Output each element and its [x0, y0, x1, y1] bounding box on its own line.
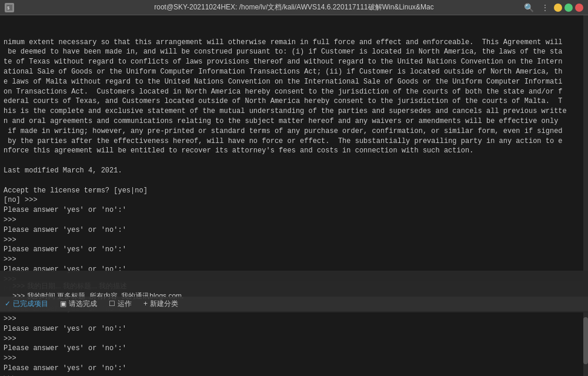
close-button[interactable]: [575, 4, 583, 12]
overlay-new-item[interactable]: + 新建分类: [143, 299, 178, 309]
maximize-button[interactable]: [564, 4, 573, 12]
menu-button[interactable]: ⋮: [539, 3, 552, 12]
select-label: 请选完成: [69, 299, 97, 309]
select-icon: ▣: [60, 299, 66, 309]
terminal-area[interactable]: nimum extent necessary so that this arra…: [0, 15, 588, 376]
active-label: 运作: [118, 299, 132, 309]
window-controls: 🔍 ⋮: [522, 3, 583, 12]
overlay-active-item[interactable]: ☐ 运作: [109, 299, 132, 309]
overlay-completed-item[interactable]: ✓ 已完成项目: [5, 299, 48, 309]
scrollbar-thumb[interactable]: [583, 317, 588, 364]
completed-icon: ✓: [5, 299, 11, 309]
terminal-icon: $: [5, 3, 14, 12]
svg-text:$: $: [7, 6, 9, 11]
minimize-button[interactable]: [554, 4, 562, 12]
window-title: root@SKY-20211024HEX: /home/lv/文档/kali/A…: [154, 2, 434, 12]
new-label: 新建分类: [150, 299, 178, 309]
completed-label: 已完成项目: [13, 299, 48, 309]
title-bar: $ root@SKY-20211024HEX: /home/lv/文档/kali…: [0, 0, 588, 15]
title-bar-left: $: [5, 3, 14, 12]
active-icon: ☐: [109, 299, 115, 309]
scrollbar[interactable]: [583, 15, 588, 376]
new-icon: +: [143, 299, 148, 309]
overlay-select-item[interactable]: ▣ 请选完成: [60, 299, 97, 309]
overlay-toolbar: ✓ 已完成项目 ▣ 请选完成 ☐ 运作 + 新建分类: [0, 297, 588, 311]
search-button[interactable]: 🔍: [522, 3, 536, 12]
terminal-content: nimum extent necessary so that this arra…: [4, 38, 584, 376]
